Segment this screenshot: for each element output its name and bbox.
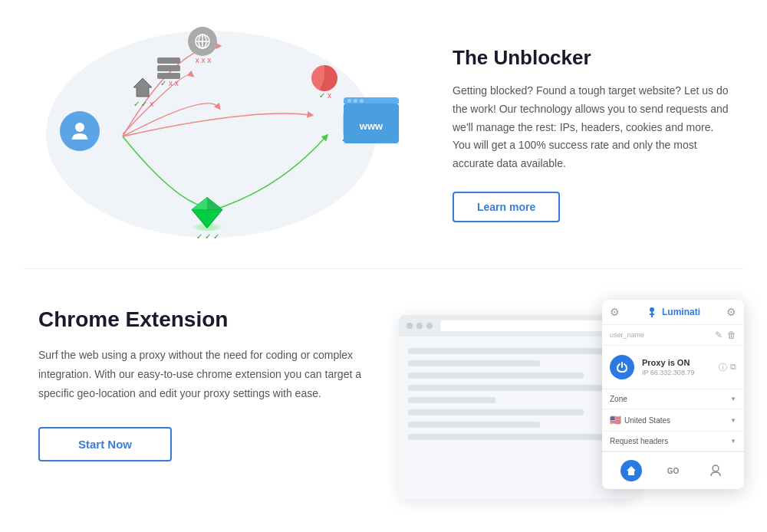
proxy-on-label: Proxy is ON bbox=[642, 358, 711, 367]
extension-popup: ⚙ Luminati ⚙ user_name ✎ bbox=[602, 300, 744, 489]
chrome-extension-description: Surf the web using a proxy without the n… bbox=[38, 346, 368, 404]
browser-line-4 bbox=[408, 385, 627, 391]
browser-dot-3 bbox=[426, 323, 433, 329]
go-footer-button[interactable]: GO bbox=[663, 460, 684, 481]
svg-point-11 bbox=[650, 307, 654, 312]
close-gear-icon[interactable]: ⚙ bbox=[726, 306, 736, 318]
user-footer-button[interactable] bbox=[705, 460, 726, 481]
country-dropdown-arrow: ▼ bbox=[730, 417, 736, 424]
svg-point-15 bbox=[713, 465, 719, 471]
browser-line-6 bbox=[408, 409, 584, 415]
www-label: www bbox=[360, 120, 383, 132]
blocked-globe-icon: x x x bbox=[188, 27, 217, 65]
zone-dropdown[interactable]: Zone ▼ bbox=[602, 389, 744, 409]
browser-content bbox=[399, 337, 637, 458]
browser-line-7 bbox=[408, 422, 540, 428]
extension-logo: Luminati bbox=[646, 306, 700, 318]
zone-dropdown-arrow: ▼ bbox=[730, 396, 736, 402]
diagram-area: x x x ✓ x x ✓ ✓ x ✓ x bbox=[23, 23, 422, 245]
home-footer-button[interactable] bbox=[621, 460, 642, 481]
request-headers-dropdown[interactable]: Request headers ▼ bbox=[602, 432, 744, 452]
www-box-icon: www bbox=[344, 103, 399, 143]
browser-dot-1 bbox=[407, 323, 413, 329]
chrome-extension-mockup: ⚙ Luminati ⚙ user_name ✎ bbox=[399, 300, 744, 530]
request-headers-label: Request headers bbox=[610, 437, 668, 445]
browser-line-1 bbox=[408, 348, 627, 354]
settings-gear-icon[interactable]: ⚙ bbox=[610, 306, 620, 318]
person-icon bbox=[60, 111, 100, 151]
proxy-ip-label: IP 66.332.308.79 bbox=[642, 369, 711, 376]
browser-dot-2 bbox=[416, 323, 423, 329]
power-button[interactable] bbox=[610, 355, 634, 379]
pie-icon: ✓ x bbox=[311, 65, 337, 100]
house-icon: ✓ ✓ x bbox=[130, 75, 155, 109]
learn-more-button[interactable]: Learn more bbox=[453, 192, 560, 222]
proxy-info-icon[interactable]: ⓘ bbox=[719, 362, 727, 373]
proxy-status-text: Proxy is ON IP 66.332.308.79 bbox=[642, 358, 711, 376]
proxy-status-row: Proxy is ON IP 66.332.308.79 ⓘ ⧉ bbox=[602, 346, 744, 389]
country-dropdown[interactable]: 🇺🇸 United States ▼ bbox=[602, 409, 744, 432]
svg-point-0 bbox=[75, 123, 84, 132]
brand-label: Luminati bbox=[662, 307, 700, 317]
extension-header: ⚙ Luminati ⚙ bbox=[602, 300, 744, 325]
browser-window bbox=[399, 315, 637, 499]
user-row: user_name ✎ 🗑 bbox=[602, 325, 744, 346]
browser-topbar bbox=[399, 315, 637, 337]
diamond-icon: ✓ ✓ ✓ bbox=[188, 194, 226, 241]
svg-marker-5 bbox=[133, 78, 152, 97]
edit-user-icon[interactable]: ✎ bbox=[715, 330, 723, 340]
us-flag-icon: 🇺🇸 bbox=[610, 415, 621, 425]
page-wrapper: x x x ✓ x x ✓ ✓ x ✓ x bbox=[0, 0, 767, 532]
delete-user-icon[interactable]: 🗑 bbox=[727, 330, 736, 340]
extension-footer: GO bbox=[602, 452, 744, 489]
start-now-button[interactable]: Start Now bbox=[38, 427, 172, 461]
top-section: x x x ✓ x x ✓ ✓ x ✓ x bbox=[0, 0, 767, 268]
browser-line-8 bbox=[408, 434, 627, 440]
country-label: United States bbox=[624, 416, 670, 425]
server-icon: ✓ x x bbox=[157, 57, 180, 88]
svg-marker-14 bbox=[627, 466, 636, 475]
chrome-extension-title: Chrome Extension bbox=[38, 307, 368, 332]
bottom-section: Chrome Extension Surf the web using a pr… bbox=[0, 269, 767, 532]
browser-line-3 bbox=[408, 373, 584, 379]
top-text-area: The Unblocker Getting blocked? Found a t… bbox=[422, 46, 729, 222]
browser-line-2 bbox=[408, 360, 540, 366]
user-label: user_name bbox=[610, 331, 644, 339]
browser-address-bar bbox=[440, 320, 629, 331]
request-headers-arrow: ▼ bbox=[730, 438, 736, 445]
chrome-extension-text: Chrome Extension Surf the web using a pr… bbox=[38, 300, 368, 461]
browser-line-5 bbox=[408, 397, 495, 403]
proxy-copy-icon[interactable]: ⧉ bbox=[730, 362, 736, 373]
unblocker-title: The Unblocker bbox=[453, 46, 729, 70]
zone-label: Zone bbox=[610, 395, 627, 403]
unblocker-description: Getting blocked? Found a tough target we… bbox=[453, 82, 729, 173]
